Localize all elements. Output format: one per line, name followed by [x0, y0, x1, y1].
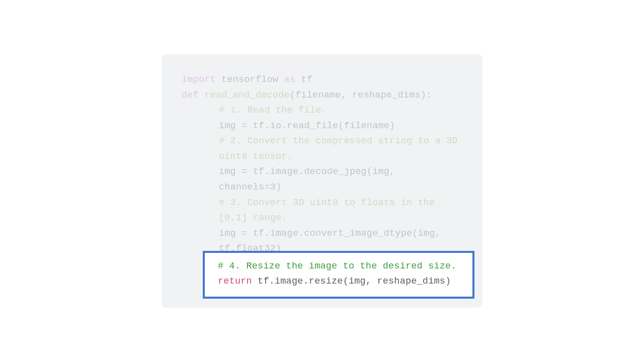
code-comment: # 1. Read the file. — [219, 105, 327, 116]
code-comment: # 3. Convert 3D uint8 to floats in the [… — [219, 198, 441, 224]
code-comment: # 4. Resize the image to the desired siz… — [218, 261, 457, 272]
code-text: img = tf.image.convert_image_dtype(img, … — [219, 228, 446, 254]
highlighted-code-region: # 4. Resize the image to the desired siz… — [203, 251, 474, 299]
code-text: img = tf.io.read_file(filename) — [219, 121, 395, 131]
keyword-import: import — [182, 74, 216, 85]
code-block: import tensorflow as tf def read_and_dec… — [162, 54, 482, 307]
code-line: def read_and_decode(filename, reshape_di… — [182, 88, 462, 104]
function-name: read_and_decode — [204, 90, 290, 101]
code-text: tensorflow — [216, 74, 284, 85]
code-line: return tf.image.resize(img, reshape_dims… — [218, 274, 459, 290]
code-text: tf.image.resize(img, reshape_dims) — [252, 276, 451, 287]
code-line: # 2. Convert the compressed string to a … — [182, 134, 462, 164]
code-line: # 3. Convert 3D uint8 to floats in the [… — [182, 196, 462, 226]
code-line: import tensorflow as tf — [182, 72, 462, 88]
code-line: # 4. Resize the image to the desired siz… — [218, 259, 459, 275]
code-comment: # 2. Convert the compressed string to a … — [219, 136, 463, 162]
keyword-def: def — [182, 90, 199, 101]
code-line: # 1. Read the file. — [182, 103, 462, 119]
keyword-return: return — [218, 276, 252, 287]
code-text — [199, 90, 204, 101]
keyword-as: as — [284, 74, 295, 85]
code-text: img = tf.image.decode_jpeg(img, channels… — [219, 166, 401, 193]
code-line: img = tf.image.decode_jpeg(img, channels… — [182, 164, 462, 195]
code-line: img = tf.io.read_file(filename) — [182, 119, 462, 134]
code-text: tf — [295, 74, 312, 85]
code-text: (filename, reshape_dims): — [290, 90, 432, 101]
